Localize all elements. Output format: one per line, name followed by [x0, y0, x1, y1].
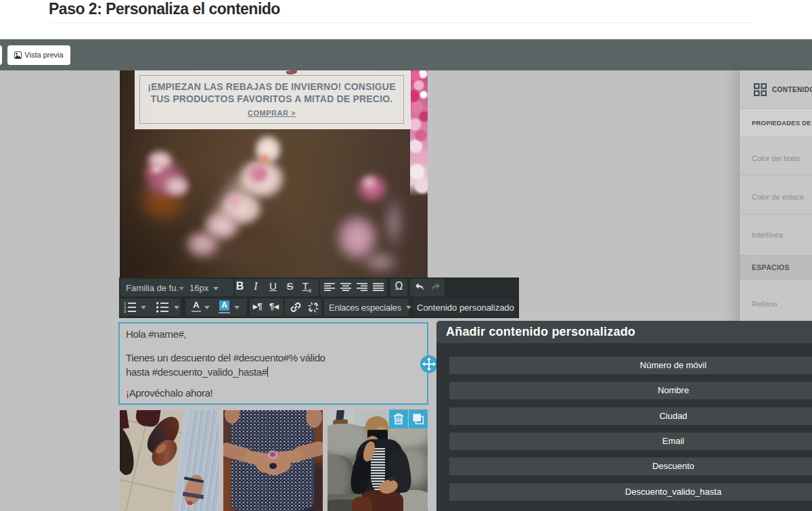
svg-text:3: 3 [124, 309, 126, 313]
